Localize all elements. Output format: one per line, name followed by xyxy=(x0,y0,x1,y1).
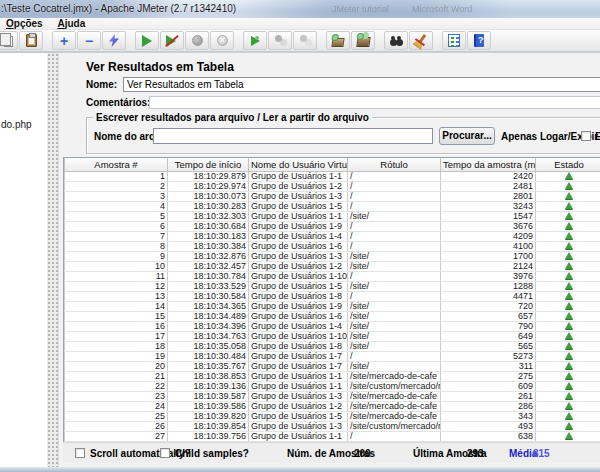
success-icon xyxy=(565,422,573,429)
expand-all-button[interactable] xyxy=(52,31,76,50)
column-header-sample-time[interactable]: Tempo da amostra (ms) xyxy=(441,158,536,171)
success-icon xyxy=(565,282,573,289)
cell-sample-time: 4471 xyxy=(441,291,536,301)
table-row[interactable]: 1818:10:35.058Grupo de Usuários 1-8/site… xyxy=(65,341,600,351)
cell-status xyxy=(536,271,600,281)
start-button[interactable] xyxy=(135,31,159,50)
table-row[interactable]: 818:10:30.384Grupo de Usuários 1-6/4100 xyxy=(65,241,600,251)
table-row[interactable]: 518:10:32.303Grupo de Usuários 1-1/site/… xyxy=(65,211,600,221)
shutdown-icon xyxy=(217,35,228,46)
cell-thread-name: Grupo de Usuários 1-9 xyxy=(249,221,348,231)
table-row[interactable]: 2218:10:39.136Grupo de Usuários 1-1/site… xyxy=(65,381,600,391)
cell-sample: 19 xyxy=(65,351,168,361)
function-helper-icon xyxy=(448,34,460,47)
table-row[interactable]: 1718:10:34.763Grupo de Usuários 1-10/sit… xyxy=(65,331,600,341)
cell-start-time: 18:10:34.365 xyxy=(168,301,249,311)
child-samples-checkbox[interactable] xyxy=(160,448,170,458)
success-icon xyxy=(565,192,573,199)
table-row[interactable]: 1518:10:34.489Grupo de Usuários 1-6/site… xyxy=(65,311,600,321)
name-input[interactable] xyxy=(123,77,600,92)
success-icon xyxy=(565,292,573,299)
menu-help[interactable]: Ajuda xyxy=(51,18,91,30)
cell-thread-name: Grupo de Usuários 1-10 xyxy=(249,331,348,341)
column-header-sample[interactable]: Amostra # xyxy=(65,158,168,171)
child-samples-label: Child samples? xyxy=(175,448,249,459)
column-header-thread-name[interactable]: Nome do Usuário Virtual xyxy=(249,158,348,171)
table-row[interactable]: 1918:10:30.484Grupo de Usuários 1-7/5273 xyxy=(65,351,600,361)
browse-button[interactable]: Procurar... xyxy=(439,127,495,145)
cell-sample: 13 xyxy=(65,291,168,301)
filename-input[interactable] xyxy=(153,128,433,144)
cell-start-time: 18:10:30.484 xyxy=(168,351,249,361)
tree-node-label[interactable]: do.php xyxy=(1,119,32,130)
table-row[interactable]: 2418:10:39.586Grupo de Usuários 1-2/site… xyxy=(65,401,600,411)
table-row[interactable]: 1018:10:32.457Grupo de Usuários 1-2/site… xyxy=(65,261,600,271)
scroll-automatically-checkbox[interactable] xyxy=(75,448,85,458)
cell-start-time: 18:10:30.384 xyxy=(168,241,249,251)
collapse-all-button[interactable] xyxy=(77,31,101,50)
column-header-start-time[interactable]: Tempo de início xyxy=(168,158,249,171)
clear-all-button[interactable] xyxy=(351,31,375,50)
table-row[interactable]: 2618:10:39.854Grupo de Usuários 1-3/site… xyxy=(65,421,600,431)
cell-thread-name: Grupo de Usuários 1-1 xyxy=(249,371,348,381)
column-header-status[interactable]: Estado xyxy=(536,158,600,171)
cell-start-time: 18:10:34.489 xyxy=(168,311,249,321)
cell-status xyxy=(536,311,600,321)
function-helper-button[interactable] xyxy=(442,31,466,50)
clear-button[interactable] xyxy=(326,31,350,50)
results-table-container: Amostra # Tempo de início Nome do Usuári… xyxy=(63,157,600,443)
expand-all-icon xyxy=(60,32,68,50)
table-row[interactable]: 918:10:32.876Grupo de Usuários 1-3/site/… xyxy=(65,251,600,261)
remote-start-all-icon xyxy=(275,35,282,42)
split-pane-divider[interactable] xyxy=(47,52,58,467)
paste-button[interactable] xyxy=(19,31,43,50)
comments-input[interactable] xyxy=(149,96,600,109)
errors-checkbox[interactable] xyxy=(581,131,591,141)
table-row[interactable]: 2018:10:35.767Grupo de Usuários 1-7/site… xyxy=(65,361,600,371)
table-row[interactable]: 1218:10:33.529Grupo de Usuários 1-5/site… xyxy=(65,281,600,291)
clear-icon xyxy=(331,38,344,47)
cell-sample: 12 xyxy=(65,281,168,291)
cell-start-time: 18:10:39.586 xyxy=(168,401,249,411)
table-row[interactable]: 2118:10:38.853Grupo de Usuários 1-1/site… xyxy=(65,371,600,381)
help-button[interactable] xyxy=(467,31,491,50)
shutdown-button[interactable] xyxy=(210,31,234,50)
remote-stop-button[interactable] xyxy=(293,31,317,50)
cell-status xyxy=(536,371,600,381)
success-icon xyxy=(565,202,573,209)
table-row[interactable]: 1618:10:34.396Grupo de Usuários 1-4/site… xyxy=(65,321,600,331)
copy-button[interactable] xyxy=(0,31,18,50)
toggle-button[interactable] xyxy=(102,31,126,50)
table-row[interactable]: 1118:10:30.784Grupo de Usuários 1-10/397… xyxy=(65,271,600,281)
test-plan-tree[interactable]: do.php xyxy=(0,52,47,467)
table-row[interactable]: 2718:10:39.756Grupo de Usuários 1-1/638 xyxy=(65,431,600,441)
window-titlebar[interactable]: JMeter tutorial Microsoft Word :\Teste C… xyxy=(0,0,600,18)
cell-sample-time: 1700 xyxy=(441,251,536,261)
column-header-label[interactable]: Rótulo xyxy=(348,158,441,171)
table-row[interactable]: 718:10:30.183Grupo de Usuários 1-4/4209 xyxy=(65,231,600,241)
table-row[interactable]: 1418:10:34.365Grupo de Usuários 1-9/site… xyxy=(65,301,600,311)
search-button[interactable] xyxy=(384,31,408,50)
table-row[interactable]: 418:10:30.283Grupo de Usuários 1-5/3243 xyxy=(65,201,600,211)
cell-thread-name: Grupo de Usuários 1-5 xyxy=(249,281,348,291)
success-icon xyxy=(565,412,573,419)
start-no-pauses-button[interactable] xyxy=(160,31,184,50)
table-row[interactable]: 218:10:29.974Grupo de Usuários 1-2/2481 xyxy=(65,181,600,191)
remote-start-all-button[interactable] xyxy=(268,31,292,50)
success-icon xyxy=(565,242,573,249)
cell-sample-time: 275 xyxy=(441,371,536,381)
table-row[interactable]: 118:10:29.879Grupo de Usuários 1-1/2420 xyxy=(65,171,600,181)
menu-options[interactable]: Opções xyxy=(0,18,49,30)
errors-label: Erros xyxy=(595,131,600,142)
search-reset-button[interactable] xyxy=(409,31,433,50)
remote-start-button[interactable] xyxy=(243,31,267,50)
success-icon xyxy=(565,212,573,219)
table-row[interactable]: 2518:10:39.820Grupo de Usuários 1-5/site… xyxy=(65,411,600,421)
table-row[interactable]: 1318:10:30.584Grupo de Usuários 1-8/4471 xyxy=(65,291,600,301)
cell-status xyxy=(536,381,600,391)
stop-button[interactable] xyxy=(185,31,209,50)
table-row[interactable]: 2318:10:39.587Grupo de Usuários 1-3/site… xyxy=(65,391,600,401)
table-row[interactable]: 618:10:30.684Grupo de Usuários 1-9/3676 xyxy=(65,221,600,231)
cell-thread-name: Grupo de Usuários 1-3 xyxy=(249,391,348,401)
table-row[interactable]: 318:10:30.073Grupo de Usuários 1-3/2801 xyxy=(65,191,600,201)
